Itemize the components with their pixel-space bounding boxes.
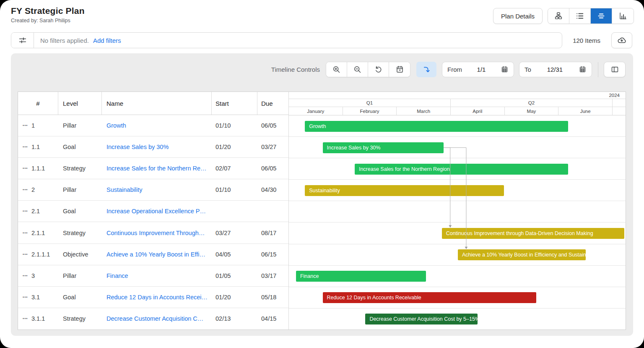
row-menu-button[interactable]: ••• bbox=[18, 166, 31, 170]
gantt-bar-label: Increase Sales by 30% bbox=[327, 145, 381, 151]
row-start: 01/20 bbox=[212, 294, 257, 301]
row-name-link[interactable]: Decrease Customer Acquisition C… bbox=[102, 315, 212, 322]
row-number: 2.1.1 bbox=[31, 230, 45, 236]
scroll-to-bar-button[interactable] bbox=[416, 62, 436, 77]
list-icon bbox=[575, 11, 584, 21]
table-row[interactable]: •••3PillarFinance01/0503/17 bbox=[18, 265, 288, 287]
calendar-icon bbox=[501, 65, 509, 73]
plan-details-button[interactable]: Plan Details bbox=[493, 8, 543, 24]
row-menu-button[interactable]: ••• bbox=[18, 188, 31, 192]
col-header-name[interactable]: Name bbox=[102, 92, 212, 115]
org-chart-icon bbox=[554, 11, 563, 21]
month-cell: April bbox=[451, 107, 505, 115]
row-name-link[interactable]: Growth bbox=[102, 122, 212, 129]
table-row[interactable]: •••2.1.1StrategyContinuous Improvement T… bbox=[18, 222, 288, 243]
undo-button[interactable] bbox=[368, 62, 389, 77]
row-name-link[interactable]: Increase Sales for the Northern Re… bbox=[102, 165, 212, 172]
row-due: 04/30 bbox=[257, 186, 288, 193]
row-name-link[interactable]: Increase Sales by 30% bbox=[102, 144, 212, 150]
gantt-bar[interactable]: Continuous Improvement through Data-Driv… bbox=[442, 228, 624, 239]
row-name-link[interactable]: Sustainability bbox=[102, 186, 212, 193]
bar-chart-icon bbox=[618, 11, 628, 21]
view-bar-chart-button[interactable] bbox=[612, 8, 634, 24]
row-number-cell: •••2.1.1.1 bbox=[18, 251, 58, 258]
row-name-link[interactable]: Achieve a 10% Yearly Boost in Effi… bbox=[102, 251, 212, 258]
row-menu-button[interactable]: ••• bbox=[18, 252, 31, 256]
gantt-lines-icon bbox=[597, 11, 606, 21]
row-name-link[interactable]: Continuous Improvement Through… bbox=[102, 230, 212, 236]
column-settings-button[interactable] bbox=[604, 62, 626, 77]
month-cell: May bbox=[505, 107, 559, 115]
row-start: 01/10 bbox=[212, 122, 257, 129]
curved-down-arrow-icon bbox=[422, 65, 431, 74]
row-number: 3.1.1 bbox=[31, 315, 45, 322]
col-header-level[interactable]: Level bbox=[58, 92, 102, 115]
col-header-due[interactable]: Due bbox=[257, 92, 288, 115]
view-list-button[interactable] bbox=[569, 8, 591, 24]
page-subtitle: Created by: Sarah Philips bbox=[11, 18, 85, 24]
cloud-download-icon bbox=[617, 35, 627, 45]
row-name-link[interactable]: Reduce 12 Days in Accounts Recei… bbox=[102, 294, 212, 301]
table-row[interactable]: •••3.1GoalReduce 12 Days in Accounts Rec… bbox=[18, 287, 288, 308]
row-menu-button[interactable]: ••• bbox=[18, 209, 31, 213]
from-date-field[interactable]: From 1/1 bbox=[442, 62, 514, 77]
zoom-out-icon bbox=[353, 65, 362, 74]
row-number-cell: •••3.1.1 bbox=[18, 315, 58, 322]
gantt-bar[interactable]: Sustainability bbox=[305, 185, 504, 196]
row-level: Pillar bbox=[58, 272, 102, 279]
row-start: 01/20 bbox=[212, 144, 257, 150]
row-due: 03/27 bbox=[257, 144, 288, 150]
row-level: Goal bbox=[58, 144, 102, 150]
month-cell: February bbox=[343, 107, 397, 115]
row-start: 04/05 bbox=[212, 251, 257, 258]
row-number: 1 bbox=[31, 122, 35, 129]
row-start: 02/07 bbox=[212, 165, 257, 172]
table-row[interactable]: •••2PillarSustainability01/1004/30 bbox=[18, 179, 288, 201]
today-button[interactable] bbox=[389, 62, 410, 77]
view-gantt-button[interactable] bbox=[591, 8, 612, 24]
col-header-start[interactable]: Start bbox=[212, 92, 257, 115]
gantt-bar[interactable]: Increase Sales by 30% bbox=[323, 142, 444, 153]
row-level: Strategy bbox=[58, 230, 102, 236]
gantt-bar-label: Reduce 12 Days in Accounts Receivable bbox=[327, 295, 421, 301]
table-row[interactable]: •••1.1GoalIncrease Sales by 30%01/2003/2… bbox=[18, 136, 288, 158]
row-menu-button[interactable]: ••• bbox=[18, 145, 31, 149]
table-row[interactable]: •••2.1GoalIncrease Operational Excellenc… bbox=[18, 201, 288, 222]
to-date-field[interactable]: To 12/31 bbox=[519, 62, 592, 77]
gantt-bar[interactable]: Decrease Customer Acquisition Cost by 5–… bbox=[365, 314, 477, 324]
zoom-out-button[interactable] bbox=[347, 62, 368, 77]
row-menu-button[interactable]: ••• bbox=[18, 123, 31, 128]
row-name-link[interactable]: Increase Operational Excellence P… bbox=[102, 208, 212, 215]
app-header: FY Strategic Plan Created by: Sarah Phil… bbox=[11, 6, 85, 24]
timeline-overflow-cell bbox=[613, 107, 626, 115]
export-button[interactable] bbox=[611, 32, 632, 48]
table-row[interactable]: •••2.1.1.1ObjectiveAchieve a 10% Yearly … bbox=[18, 244, 288, 265]
row-menu-button[interactable]: ••• bbox=[18, 317, 31, 321]
filter-bar: No filters applied. Add filters bbox=[11, 32, 562, 48]
row-menu-button[interactable]: ••• bbox=[18, 295, 31, 299]
table-row[interactable]: •••3.1.1StrategyDecrease Customer Acquis… bbox=[18, 308, 288, 330]
row-due: 06/05 bbox=[257, 165, 288, 172]
timeline-panel: Timeline Controls bbox=[11, 53, 633, 336]
row-menu-button[interactable]: ••• bbox=[18, 231, 31, 235]
gantt-bar[interactable]: Increase Sales for the Northern Region bbox=[355, 164, 568, 175]
view-org-chart-button[interactable] bbox=[548, 8, 569, 24]
row-menu-button[interactable]: ••• bbox=[18, 274, 31, 278]
filter-toggle-button[interactable] bbox=[11, 33, 34, 48]
add-filters-link[interactable]: Add filters bbox=[93, 37, 121, 44]
gantt-bar[interactable]: Finance bbox=[296, 271, 426, 282]
col-header-number[interactable]: # bbox=[18, 92, 58, 115]
zoom-in-button[interactable] bbox=[326, 62, 347, 77]
row-number: 3 bbox=[31, 272, 35, 279]
table-row[interactable]: •••1PillarGrowth01/1006/05 bbox=[18, 115, 288, 136]
row-number: 2.1.1.1 bbox=[31, 251, 50, 258]
header-actions: Plan Details bbox=[493, 8, 634, 24]
row-number-cell: •••2.1 bbox=[18, 208, 58, 215]
row-name-link[interactable]: Finance bbox=[102, 272, 212, 279]
gantt-bar[interactable]: Growth bbox=[305, 121, 568, 132]
gantt-bar[interactable]: Reduce 12 Days in Accounts Receivable bbox=[323, 292, 536, 303]
gantt-card: # Level Name Start Due •••1PillarGrowth0… bbox=[18, 92, 626, 330]
gantt-chart: 2024 Q1Q2 JanuaryFebruaryMarchAprilMayJu… bbox=[289, 92, 626, 330]
table-row[interactable]: •••1.1.1StrategyIncrease Sales for the N… bbox=[18, 158, 288, 179]
gantt-bar[interactable]: Achieve a 10% Yearly Boost in Efficiency… bbox=[458, 249, 586, 260]
